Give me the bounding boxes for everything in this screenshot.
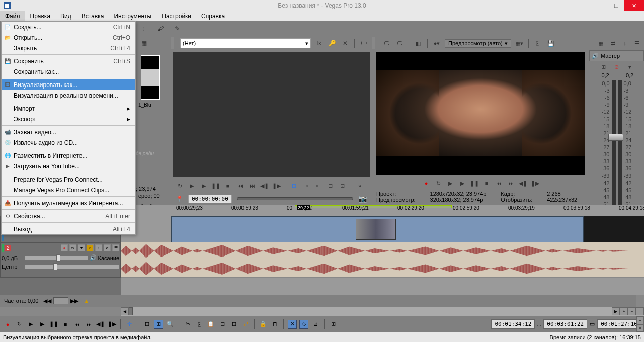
loop-icon[interactable]: ↻ — [15, 320, 24, 329]
envelope-icon[interactable]: ⊿ — [311, 320, 320, 329]
file-menu-item[interactable]: Manage Vegas Pro Connect Clips... — [2, 185, 135, 195]
pause-icon[interactable]: ❚❚ — [211, 181, 220, 190]
timecode-selection-length[interactable]: 00:01:27:10 — [597, 319, 641, 329]
next-frame-icon[interactable]: ❚▶ — [530, 179, 539, 188]
trimmer-timecode[interactable]: 00:00:00:00 — [188, 195, 232, 203]
preview-settings-icon[interactable]: ●▾ — [432, 38, 442, 48]
close-button[interactable]: ✕ — [624, 0, 644, 11]
cut-icon[interactable]: ✂ — [183, 320, 192, 329]
edit-tool-normal-icon[interactable]: ✛ — [125, 320, 134, 329]
scroll-thumb[interactable] — [129, 307, 133, 315]
mute-icon[interactable]: ○ — [87, 244, 94, 251]
maximize-button[interactable]: ☐ — [609, 0, 624, 11]
arm-record-icon[interactable]: ● — [61, 244, 68, 251]
automation-icon[interactable]: ▾ — [78, 244, 85, 251]
file-menu-item[interactable]: 💾СохранитьCtrl+S — [2, 56, 135, 66]
stop-icon[interactable]: ■ — [223, 181, 232, 190]
preview-quality-select[interactable]: Предпросмотр (авто)▾ — [445, 39, 511, 48]
menu-tools[interactable]: Инструменты — [109, 11, 156, 21]
loop-icon[interactable]: ↻ — [434, 179, 443, 188]
go-start-icon[interactable]: ⏮ — [235, 181, 245, 190]
file-menu-item[interactable]: ⚙Свойства...Alt+Enter — [2, 211, 135, 221]
timeline-hscroll[interactable]: ◀ ▶ + − = — [0, 307, 644, 316]
file-menu-item[interactable]: 🎞Визуализировать как... — [2, 79, 135, 90]
split-screen-icon[interactable]: ◧ — [413, 38, 423, 48]
timeline-ruler[interactable]: 0000:00:29;2300:00:59;230029;2200:01:59;… — [121, 205, 644, 216]
volume-slider[interactable] — [25, 256, 88, 260]
menu-insert[interactable]: Вставка — [76, 11, 109, 21]
mixer-tool2-icon[interactable]: ⇄ — [608, 38, 618, 48]
ignore-event-grouping-icon[interactable]: ⊞ — [329, 320, 338, 329]
master-settings-icon[interactable]: ▾ — [625, 62, 635, 72]
preview-fx-icon[interactable]: 🖵 — [381, 38, 391, 48]
mixer-tool3-icon[interactable]: ↓ — [620, 38, 630, 48]
audio-clip[interactable] — [121, 242, 644, 278]
menu-view[interactable]: Вид — [55, 11, 76, 21]
go-end-icon[interactable]: ⏭ — [248, 181, 257, 190]
monitor-icon[interactable]: 🖵 — [359, 38, 369, 48]
media-clip-thumb[interactable] — [141, 55, 160, 100]
go-end-icon[interactable]: ⏭ — [84, 320, 93, 329]
file-menu-item[interactable]: Импорт▶ — [2, 103, 135, 114]
video-clip[interactable] — [171, 216, 584, 242]
mixer-tool1-icon[interactable]: ▦ — [596, 38, 606, 48]
master-fader[interactable] — [608, 134, 623, 141]
trimmer-clip-select[interactable]: (Нет)▾ — [180, 38, 311, 48]
stop-icon[interactable]: ■ — [61, 320, 70, 329]
menu-file[interactable]: Файл — [0, 11, 25, 21]
eyedropper-icon[interactable]: ✎ — [172, 24, 182, 34]
file-menu-item[interactable]: 💿Извлечь аудио из CD... — [2, 137, 135, 148]
more-icon[interactable]: » — [355, 181, 364, 190]
list-view-icon[interactable]: ▦ — [139, 38, 149, 48]
fx-icon[interactable]: fx — [314, 38, 324, 48]
auto-crossfade-icon[interactable]: ✕ — [288, 320, 297, 329]
timecode-selection-end[interactable]: 00:03:01:22 — [543, 319, 587, 329]
tool3-icon[interactable]: ⊟ — [326, 181, 335, 190]
audio-track-content[interactable] — [121, 242, 644, 278]
prev-frame-icon[interactable]: ◀❚ — [260, 181, 269, 190]
panel-grip-icon[interactable] — [372, 37, 375, 49]
play-icon[interactable]: ▶ — [187, 181, 196, 190]
copy-snapshot-icon[interactable]: ⎘ — [533, 38, 543, 48]
audio-track-header[interactable]: 2 ● fx ▾ ○ ! ø ☰ 0,0 дБ 🔊 Касание — [0, 242, 121, 278]
timecode-cursor[interactable]: 00:01:34:12 — [491, 319, 535, 329]
play-from-start-icon[interactable]: ▶ — [199, 181, 208, 190]
hzoom-in-icon[interactable]: + — [620, 307, 628, 315]
track-settings-icon[interactable]: ☰ — [112, 244, 119, 251]
menu-edit[interactable]: Правка — [25, 11, 56, 21]
rate-scrub-knob[interactable] — [53, 297, 68, 304]
add-to-timeline-icon[interactable]: ⊞ — [289, 181, 298, 190]
go-end-icon[interactable]: ⏭ — [506, 179, 515, 188]
preview-ext-icon[interactable]: 🖵 — [394, 38, 405, 48]
pause-icon[interactable]: ❚❚ — [470, 179, 479, 188]
next-frame-icon[interactable]: ❚▶ — [107, 320, 116, 329]
pause-icon[interactable]: ❚❚ — [49, 320, 58, 329]
auto-ripple-icon[interactable]: ⊓ — [270, 320, 279, 329]
rate-reset-icon[interactable]: ▲ — [84, 298, 89, 304]
go-start-icon[interactable]: ⏮ — [72, 320, 82, 329]
tool2-icon[interactable]: ⇤ — [313, 181, 323, 190]
loop-region[interactable] — [295, 205, 452, 208]
magnet-icon[interactable]: 🔍 — [166, 320, 175, 329]
next-frame-icon[interactable]: ❚▶ — [272, 181, 281, 190]
save-snapshot-icon[interactable]: 💾 — [546, 38, 556, 48]
tool-a-icon[interactable]: ⊡ — [142, 320, 151, 329]
tool4-icon[interactable]: ⊡ — [338, 181, 347, 190]
remove-icon[interactable]: ✕ — [340, 38, 350, 48]
menu-options[interactable]: Настройки — [156, 11, 196, 21]
prev-frame-icon[interactable]: ◀❚ — [518, 179, 527, 188]
tool-icon[interactable]: ⇥ — [301, 181, 310, 190]
file-menu-item[interactable]: 🌐Разместить в Интернете... — [2, 150, 135, 161]
minimize-button[interactable]: ─ — [594, 0, 609, 11]
scroll-left-icon[interactable]: ◀ — [121, 307, 129, 315]
snap-icon[interactable]: ⊞ — [154, 320, 163, 329]
key-icon[interactable]: 🔑 — [327, 38, 337, 48]
menu-help[interactable]: Справка — [196, 11, 230, 21]
tool-b-icon[interactable]: ⊟ — [218, 320, 227, 329]
master-fx-icon[interactable]: ⊞ — [599, 62, 609, 72]
play-icon[interactable]: ▶ — [458, 179, 467, 188]
master-mute-icon[interactable]: ⊘ — [612, 62, 622, 72]
trimmer-scrub-slider[interactable] — [237, 197, 353, 200]
tool-c-icon[interactable]: ⊡ — [229, 320, 238, 329]
play-icon[interactable]: ▶ — [38, 320, 47, 329]
